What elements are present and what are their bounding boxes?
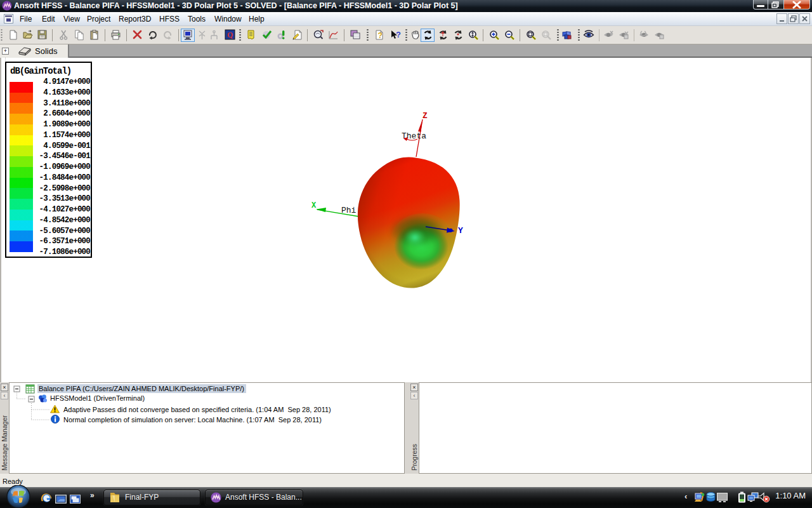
svg-text:Y: Y bbox=[458, 226, 463, 236]
svg-text:X: X bbox=[311, 201, 317, 210]
svg-text:Phi: Phi bbox=[341, 206, 357, 215]
svg-text:Z: Z bbox=[422, 111, 428, 121]
